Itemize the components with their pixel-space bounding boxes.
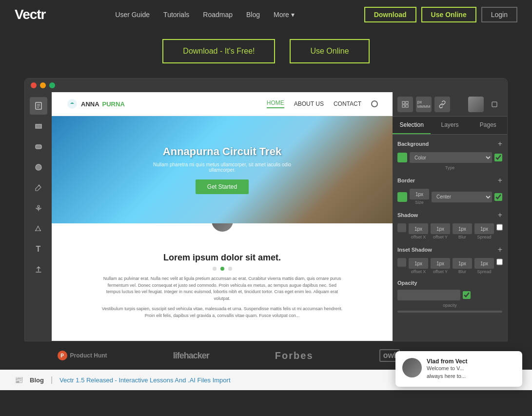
svg-point-6: [36, 164, 41, 170]
fake-website-nav: ANNA PURNA HOME ABOUT US CONTACT: [52, 92, 393, 116]
tool-pen[interactable]: [30, 179, 47, 197]
opacity-slider[interactable]: [397, 311, 502, 313]
opacity-checkbox[interactable]: [463, 291, 471, 299]
fake-hero-title: Annapurna Circuit Trek: [163, 145, 281, 158]
border-add-button[interactable]: +: [498, 176, 502, 185]
shadow-x-input[interactable]: [409, 223, 428, 234]
fake-content-para2: Vestibulum turpis sapien, suscipit sed v…: [100, 306, 344, 319]
inset-x-input[interactable]: [409, 258, 428, 269]
canvas-area[interactable]: ANNA PURNA HOME ABOUT US CONTACT Annapur…: [52, 92, 393, 341]
tool-circle[interactable]: [30, 158, 47, 176]
tool-document[interactable]: [30, 97, 47, 115]
fake-logo-name: ANNA: [81, 100, 99, 108]
window-close-dot: [31, 82, 37, 88]
tool-rounded-rect[interactable]: [30, 138, 47, 156]
login-button[interactable]: Login: [481, 7, 517, 22]
shadow-title: Shadow: [397, 212, 418, 218]
tab-pages[interactable]: Pages: [469, 117, 507, 134]
inset-spread-input[interactable]: [474, 258, 494, 269]
fake-content-title: Lorem ipsum dolor sit amet.: [91, 253, 354, 263]
opacity-section-header: Opacity: [397, 280, 502, 286]
border-size-input[interactable]: [410, 189, 429, 199]
header-actions: Download Use Online Login: [364, 7, 517, 22]
px-icon[interactable]: pxMMMM: [416, 97, 432, 112]
shadow-color-swatch[interactable]: [397, 223, 406, 232]
background-add-button[interactable]: +: [498, 139, 502, 148]
tab-selection[interactable]: Selection: [393, 117, 431, 134]
inset-y-input[interactable]: [431, 258, 450, 269]
hero-cta: Download - It's Free! Use Online: [0, 29, 532, 78]
border-color-swatch[interactable]: [397, 192, 407, 202]
tool-rectangle[interactable]: [30, 118, 47, 135]
text-icon: T: [36, 245, 41, 254]
user-avatar[interactable]: [468, 97, 484, 112]
background-checkbox[interactable]: [494, 154, 502, 161]
nav-tutorials[interactable]: Tutorials: [163, 11, 189, 19]
grid-icon[interactable]: [397, 97, 413, 112]
chat-widget[interactable]: Vlad from Vect Welcome to V... always he…: [395, 351, 522, 387]
shadow-checkbox[interactable]: [496, 223, 503, 231]
lifehacker-logo: lifehacker: [173, 351, 209, 361]
svg-point-12: [35, 230, 36, 231]
logo-text: Vectr: [15, 7, 46, 22]
tool-edit[interactable]: [30, 220, 47, 238]
nav-user-guide[interactable]: User Guide: [115, 11, 150, 19]
link-icon[interactable]: [434, 97, 450, 112]
download-button[interactable]: Download: [364, 7, 416, 22]
border-section: Border + Size Center: [397, 176, 502, 205]
hero-download-button[interactable]: Download - It's Free!: [162, 39, 275, 63]
fake-nav-about: ABOUT US: [294, 100, 324, 107]
chevron-down-icon: ▾: [291, 11, 295, 19]
footer-article-link[interactable]: Vectr 1.5 Released - Interactive Lessons…: [59, 376, 230, 384]
opacity-label: opacity: [397, 303, 502, 308]
nav-blog[interactable]: Blog: [246, 11, 260, 19]
use-online-button[interactable]: Use Online: [421, 7, 476, 22]
nav-more[interactable]: More ▾: [274, 11, 295, 19]
fake-dots: [91, 267, 354, 271]
shadow-spread-input[interactable]: [474, 223, 494, 234]
svg-rect-19: [492, 102, 497, 107]
shadow-spread-label: Spread: [477, 235, 491, 239]
inset-spread-label: Spread: [477, 269, 491, 274]
expand-icon[interactable]: [487, 97, 502, 112]
footer-separator: |: [51, 376, 53, 384]
border-align-select[interactable]: Center: [432, 192, 492, 202]
tool-anchor[interactable]: [30, 199, 47, 217]
header: Vectr User Guide Tutorials Roadmap Blog …: [0, 0, 532, 29]
background-type-label: Type: [397, 165, 502, 170]
inset-blur-input[interactable]: [453, 258, 472, 269]
tool-upload[interactable]: [30, 261, 47, 278]
shadow-y-input[interactable]: [431, 223, 450, 234]
right-tabs: Selection Layers Pages: [393, 117, 507, 135]
forbes-logo: Forbes: [275, 350, 314, 361]
footer-blog-link[interactable]: Blog: [30, 376, 44, 384]
inset-x-label: offset X: [411, 269, 426, 274]
svg-rect-17: [402, 105, 405, 107]
inset-shadow-checkbox[interactable]: [496, 258, 503, 266]
nav-roadmap[interactable]: Roadmap: [203, 11, 233, 19]
fake-logo-bird-icon: [66, 98, 78, 110]
background-section-header: Background +: [397, 139, 502, 148]
shadow-spread-group: Spread: [474, 223, 494, 239]
shadow-blur-input[interactable]: [453, 223, 472, 234]
tool-text[interactable]: T: [30, 240, 47, 258]
border-size-group: Size: [410, 189, 429, 205]
inset-y-label: offset Y: [433, 269, 448, 274]
opacity-input[interactable]: [397, 290, 460, 300]
tab-layers[interactable]: Layers: [431, 117, 469, 134]
chat-message-line2: always here to...: [427, 373, 515, 380]
inset-shadow-add-button[interactable]: +: [498, 245, 502, 254]
fake-dot-3: [228, 267, 232, 271]
border-checkbox[interactable]: [494, 193, 502, 201]
left-toolbar: T: [25, 92, 52, 341]
inset-shadow-inputs: offset X offset Y Blur Spread: [397, 258, 502, 274]
background-color-swatch[interactable]: [397, 153, 407, 162]
shadow-add-button[interactable]: +: [498, 211, 502, 219]
fake-hero-subtitle: Nullam pharetra mi quis metus ullamcorpe…: [149, 162, 296, 173]
window-maximize-dot: [49, 82, 55, 88]
background-type-select[interactable]: Color: [410, 152, 492, 163]
fake-dot-1: [213, 267, 217, 271]
hero-use-online-button[interactable]: Use Online: [290, 39, 369, 63]
window-minimize-dot: [40, 82, 46, 88]
inset-shadow-color-swatch[interactable]: [397, 258, 406, 267]
